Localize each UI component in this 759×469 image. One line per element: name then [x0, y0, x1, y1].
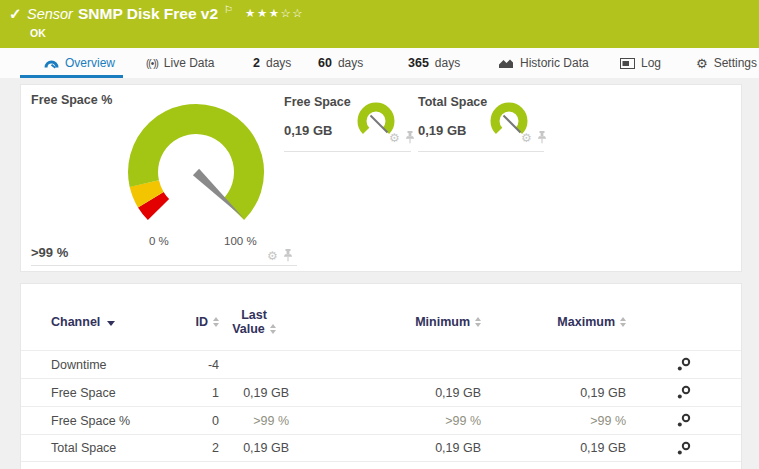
tab-live-data-label: Live Data — [164, 56, 215, 70]
tile-divider — [418, 151, 544, 152]
channel-name: Downtime — [51, 358, 181, 372]
tile-gear-icon[interactable]: ⚙ — [389, 133, 400, 143]
gauge-value: >99 % — [31, 245, 68, 260]
tab-log[interactable]: Log — [620, 48, 661, 78]
tab-overview[interactable]: Overview — [44, 48, 115, 78]
column-header-channel-label: Channel — [51, 315, 100, 329]
stars-filled[interactable]: ★★★ — [245, 7, 280, 19]
column-header-id[interactable]: ID — [181, 315, 219, 329]
channel-settings-button[interactable] — [626, 385, 741, 400]
channels-panel: Channel ID Last Value Minimum Maximum Do… — [20, 283, 742, 469]
channel-settings-icon — [676, 413, 691, 428]
channel-name: Free Space % — [51, 414, 181, 428]
gear-icon: ⚙ — [696, 56, 708, 71]
tab-60-days[interactable]: 60 days — [318, 48, 363, 78]
sensor-title-line: SensorSNMP Disk Free v2⚐★★★☆☆ — [27, 4, 304, 23]
channel-id: -4 — [181, 358, 219, 372]
table-row[interactable]: Downtime -4 — [21, 350, 741, 378]
column-header-last-label: Last — [241, 308, 267, 322]
tile-gear-icon[interactable]: ⚙ — [267, 251, 278, 261]
channel-id: 2 — [181, 441, 219, 455]
table-row[interactable]: Total Space 2 0,19 GB 0,19 GB 0,19 GB — [21, 434, 741, 462]
channel-last-value: 0,19 GB — [219, 441, 289, 455]
stars-empty[interactable]: ☆☆ — [281, 7, 305, 19]
tab-365-days-label: days — [435, 56, 460, 70]
gauge-value: 0,19 GB — [418, 123, 466, 138]
tab-bar: Overview ((•)) Live Data 2 days 60 days … — [0, 48, 759, 78]
sensor-header: ✓ SensorSNMP Disk Free v2⚐★★★☆☆ OK — [0, 0, 759, 48]
gauge-title: Total Space — [418, 95, 487, 109]
tab-settings-label: Settings — [714, 56, 757, 70]
gauges-panel: Free Space % 0 % 100 % >99 % ⚙ Free Spac… — [20, 84, 742, 272]
chart-icon — [498, 57, 514, 69]
channel-minimum: 0,19 GB — [289, 386, 481, 400]
channel-settings-button[interactable] — [626, 441, 741, 456]
gauge-needle — [504, 116, 521, 133]
page-title: SNMP Disk Free v2 — [78, 5, 218, 22]
tab-historic-data[interactable]: Historic Data — [498, 48, 589, 78]
sort-arrows-icon[interactable] — [270, 324, 276, 334]
gauge-title: Free Space — [284, 95, 351, 109]
column-header-channel[interactable]: Channel — [51, 315, 181, 329]
gauge-scale-min: 0 % — [149, 235, 169, 247]
gauge-title: Free Space % — [31, 93, 112, 107]
channel-id: 1 — [181, 386, 219, 400]
column-header-value-label: Value — [232, 322, 265, 336]
gauge-value: 0,19 GB — [284, 123, 332, 138]
channel-settings-icon — [676, 385, 691, 400]
tab-log-label: Log — [641, 56, 661, 70]
tile-actions: ⚙ — [267, 249, 293, 262]
tile-divider — [284, 151, 411, 152]
tab-historic-data-label: Historic Data — [520, 56, 589, 70]
channel-maximum: >99 % — [481, 414, 626, 428]
tab-365-days-number: 365 — [408, 56, 429, 70]
channel-minimum: >99 % — [289, 414, 481, 428]
tab-2-days-number: 2 — [253, 56, 260, 70]
log-icon — [620, 58, 635, 69]
status-check-icon: ✓ — [9, 5, 22, 23]
tile-divider — [31, 265, 297, 266]
tab-60-days-number: 60 — [318, 56, 332, 70]
pin-icon[interactable] — [283, 249, 293, 262]
tab-365-days[interactable]: 365 days — [408, 48, 460, 78]
channel-maximum: 0,19 GB — [481, 386, 626, 400]
sensor-kind-label: Sensor — [27, 6, 73, 22]
column-header-maximum[interactable]: Maximum — [481, 315, 626, 329]
table-row[interactable]: Free Space 1 0,19 GB 0,19 GB 0,19 GB — [21, 378, 741, 406]
flag-icon[interactable]: ⚐ — [224, 4, 233, 15]
gauge-scale-max: 100 % — [224, 235, 257, 247]
column-header-last-value[interactable]: Last Value — [219, 308, 289, 336]
free-space-pct-gauge — [121, 97, 271, 247]
channel-settings-button[interactable] — [626, 357, 741, 372]
channel-last-value: 0,19 GB — [219, 386, 289, 400]
channel-name: Free Space — [51, 386, 181, 400]
sort-arrows-icon[interactable] — [620, 317, 626, 327]
channel-settings-icon — [676, 441, 691, 456]
tab-2-days-label: days — [266, 56, 291, 70]
status-badge: OK — [30, 27, 304, 39]
tab-2-days[interactable]: 2 days — [253, 48, 291, 78]
channel-id: 0 — [181, 414, 219, 428]
tab-overview-label: Overview — [65, 56, 115, 70]
gauge-icon — [44, 57, 59, 70]
table-row[interactable]: Free Space % 0 >99 % >99 % >99 % — [21, 406, 741, 434]
pin-icon[interactable] — [537, 131, 547, 144]
channel-settings-button[interactable] — [626, 413, 741, 428]
channel-last-value: >99 % — [219, 414, 289, 428]
tile-actions: ⚙ — [521, 131, 547, 144]
priority-rating[interactable]: ★★★☆☆ — [245, 7, 304, 19]
sort-caret-icon — [107, 321, 115, 326]
tile-actions: ⚙ — [389, 131, 415, 144]
channel-settings-icon — [676, 357, 691, 372]
tab-live-data[interactable]: ((•)) Live Data — [146, 48, 215, 78]
tab-60-days-label: days — [338, 56, 363, 70]
sensor-title-block: SensorSNMP Disk Free v2⚐★★★☆☆ OK — [27, 4, 304, 39]
tile-gear-icon[interactable]: ⚙ — [521, 133, 532, 143]
tab-settings[interactable]: ⚙ Settings — [696, 48, 757, 78]
gauge-needle — [371, 116, 388, 133]
channel-table-header: Channel ID Last Value Minimum Maximum — [21, 284, 741, 350]
column-header-minimum[interactable]: Minimum — [289, 315, 481, 329]
channel-name: Total Space — [51, 441, 181, 455]
channel-maximum: 0,19 GB — [481, 441, 626, 455]
pin-icon[interactable] — [405, 131, 415, 144]
